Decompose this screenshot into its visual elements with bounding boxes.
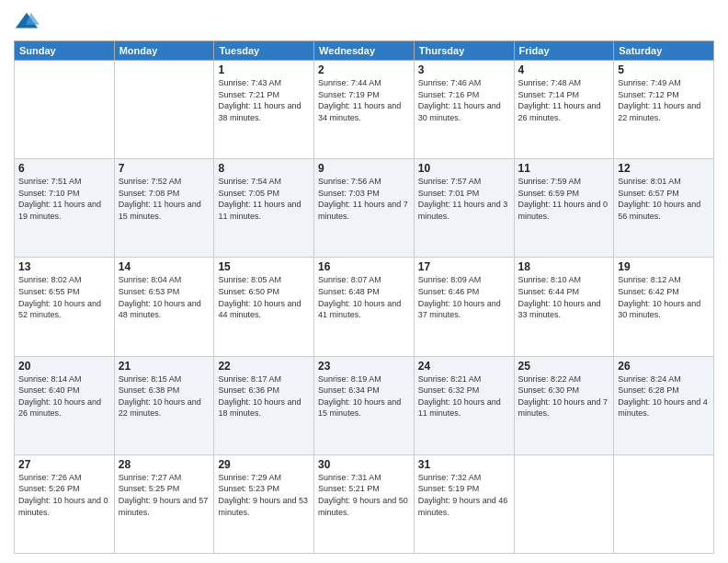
day-info: Sunrise: 7:49 AMSunset: 7:12 PMDaylight:… [618, 77, 710, 123]
day-number: 23 [318, 360, 410, 373]
day-info: Sunrise: 7:26 AMSunset: 5:26 PMDaylight:… [18, 472, 110, 518]
day-info: Sunrise: 8:02 AMSunset: 6:55 PMDaylight:… [18, 274, 110, 320]
day-info: Sunrise: 7:56 AMSunset: 7:03 PMDaylight:… [318, 176, 410, 222]
calendar-cell: 29Sunrise: 7:29 AMSunset: 5:23 PMDayligh… [214, 454, 314, 553]
day-info: Sunrise: 7:51 AMSunset: 7:10 PMDaylight:… [18, 176, 110, 222]
day-number: 11 [518, 162, 610, 175]
day-info: Sunrise: 7:31 AMSunset: 5:21 PMDaylight:… [318, 472, 410, 518]
calendar-cell: 8Sunrise: 7:54 AMSunset: 7:05 PMDaylight… [214, 159, 314, 258]
calendar-cell: 2Sunrise: 7:44 AMSunset: 7:19 PMDaylight… [314, 61, 415, 159]
weekday-header-tuesday: Tuesday [214, 41, 314, 61]
calendar-cell: 25Sunrise: 8:22 AMSunset: 6:30 PMDayligh… [514, 356, 614, 454]
weekday-header-wednesday: Wednesday [314, 41, 415, 61]
day-number: 18 [518, 260, 610, 273]
weekday-header-friday: Friday [514, 41, 614, 61]
day-info: Sunrise: 8:12 AMSunset: 6:42 PMDaylight:… [618, 274, 710, 320]
day-number: 12 [618, 162, 710, 175]
calendar-cell: 21Sunrise: 8:15 AMSunset: 6:38 PMDayligh… [114, 356, 214, 454]
calendar-cell: 30Sunrise: 7:31 AMSunset: 5:21 PMDayligh… [314, 454, 415, 553]
calendar-page: SundayMondayTuesdayWednesdayThursdayFrid… [0, 0, 728, 563]
calendar-cell [15, 61, 115, 159]
week-row-4: 20Sunrise: 8:14 AMSunset: 6:40 PMDayligh… [15, 356, 714, 454]
day-info: Sunrise: 8:19 AMSunset: 6:34 PMDaylight:… [318, 373, 410, 419]
week-row-2: 6Sunrise: 7:51 AMSunset: 7:10 PMDaylight… [15, 159, 714, 258]
day-number: 20 [18, 360, 110, 373]
calendar-cell: 23Sunrise: 8:19 AMSunset: 6:34 PMDayligh… [314, 356, 415, 454]
day-info: Sunrise: 7:27 AMSunset: 5:25 PMDaylight:… [119, 472, 210, 518]
week-row-1: 1Sunrise: 7:43 AMSunset: 7:21 PMDaylight… [15, 61, 714, 159]
day-number: 29 [218, 458, 310, 471]
calendar-cell: 6Sunrise: 7:51 AMSunset: 7:10 PMDaylight… [15, 159, 115, 258]
day-number: 25 [518, 360, 610, 373]
week-row-5: 27Sunrise: 7:26 AMSunset: 5:26 PMDayligh… [15, 454, 714, 553]
day-info: Sunrise: 7:32 AMSunset: 5:19 PMDaylight:… [418, 472, 510, 518]
day-info: Sunrise: 8:14 AMSunset: 6:40 PMDaylight:… [18, 373, 110, 419]
day-number: 22 [218, 360, 310, 373]
day-number: 7 [119, 162, 210, 175]
day-info: Sunrise: 8:17 AMSunset: 6:36 PMDaylight:… [218, 373, 310, 419]
day-number: 19 [618, 260, 710, 273]
calendar-cell: 16Sunrise: 8:07 AMSunset: 6:48 PMDayligh… [314, 258, 415, 356]
calendar-cell: 20Sunrise: 8:14 AMSunset: 6:40 PMDayligh… [15, 356, 115, 454]
calendar-cell: 1Sunrise: 7:43 AMSunset: 7:21 PMDaylight… [214, 61, 314, 159]
day-number: 14 [119, 260, 210, 273]
calendar-cell: 28Sunrise: 7:27 AMSunset: 5:25 PMDayligh… [114, 454, 214, 553]
day-info: Sunrise: 8:04 AMSunset: 6:53 PMDaylight:… [119, 274, 210, 320]
day-number: 2 [318, 63, 410, 76]
calendar-cell [514, 454, 614, 553]
day-number: 27 [18, 458, 110, 471]
calendar-cell: 9Sunrise: 7:56 AMSunset: 7:03 PMDaylight… [314, 159, 415, 258]
calendar-cell: 3Sunrise: 7:46 AMSunset: 7:16 PMDaylight… [414, 61, 514, 159]
day-info: Sunrise: 7:43 AMSunset: 7:21 PMDaylight:… [218, 77, 310, 123]
calendar-cell: 10Sunrise: 7:57 AMSunset: 7:01 PMDayligh… [414, 159, 514, 258]
day-number: 9 [318, 162, 410, 175]
day-info: Sunrise: 7:29 AMSunset: 5:23 PMDaylight:… [218, 472, 310, 518]
day-info: Sunrise: 7:57 AMSunset: 7:01 PMDaylight:… [418, 176, 510, 222]
calendar-cell: 24Sunrise: 8:21 AMSunset: 6:32 PMDayligh… [414, 356, 514, 454]
day-number: 28 [119, 458, 210, 471]
week-row-3: 13Sunrise: 8:02 AMSunset: 6:55 PMDayligh… [15, 258, 714, 356]
calendar-cell: 27Sunrise: 7:26 AMSunset: 5:26 PMDayligh… [15, 454, 115, 553]
day-number: 5 [618, 63, 710, 76]
day-info: Sunrise: 7:48 AMSunset: 7:14 PMDaylight:… [518, 77, 610, 123]
day-number: 10 [418, 162, 510, 175]
calendar-table: SundayMondayTuesdayWednesdayThursdayFrid… [14, 40, 714, 554]
calendar-cell: 4Sunrise: 7:48 AMSunset: 7:14 PMDaylight… [514, 61, 614, 159]
day-number: 13 [18, 260, 110, 273]
calendar-cell [114, 61, 214, 159]
day-number: 30 [318, 458, 410, 471]
weekday-header-row: SundayMondayTuesdayWednesdayThursdayFrid… [15, 41, 714, 61]
weekday-header-monday: Monday [114, 41, 214, 61]
day-number: 16 [318, 260, 410, 273]
weekday-header-sunday: Sunday [15, 41, 115, 61]
logo-icon [14, 9, 40, 35]
day-info: Sunrise: 8:15 AMSunset: 6:38 PMDaylight:… [119, 373, 210, 419]
day-info: Sunrise: 8:05 AMSunset: 6:50 PMDaylight:… [218, 274, 310, 320]
day-number: 8 [218, 162, 310, 175]
day-number: 3 [418, 63, 510, 76]
day-info: Sunrise: 7:52 AMSunset: 7:08 PMDaylight:… [119, 176, 210, 222]
day-number: 1 [218, 63, 310, 76]
day-number: 24 [418, 360, 510, 373]
calendar-cell: 18Sunrise: 8:10 AMSunset: 6:44 PMDayligh… [514, 258, 614, 356]
calendar-cell: 14Sunrise: 8:04 AMSunset: 6:53 PMDayligh… [114, 258, 214, 356]
day-info: Sunrise: 8:24 AMSunset: 6:28 PMDaylight:… [618, 373, 710, 419]
calendar-cell: 19Sunrise: 8:12 AMSunset: 6:42 PMDayligh… [614, 258, 714, 356]
calendar-cell: 7Sunrise: 7:52 AMSunset: 7:08 PMDaylight… [114, 159, 214, 258]
day-info: Sunrise: 7:54 AMSunset: 7:05 PMDaylight:… [218, 176, 310, 222]
calendar-cell: 31Sunrise: 7:32 AMSunset: 5:19 PMDayligh… [414, 454, 514, 553]
calendar-cell: 12Sunrise: 8:01 AMSunset: 6:57 PMDayligh… [614, 159, 714, 258]
day-number: 4 [518, 63, 610, 76]
day-info: Sunrise: 7:59 AMSunset: 6:59 PMDaylight:… [518, 176, 610, 222]
day-number: 6 [18, 162, 110, 175]
day-number: 21 [119, 360, 210, 373]
day-info: Sunrise: 8:09 AMSunset: 6:46 PMDaylight:… [418, 274, 510, 320]
calendar-cell: 11Sunrise: 7:59 AMSunset: 6:59 PMDayligh… [514, 159, 614, 258]
day-info: Sunrise: 7:46 AMSunset: 7:16 PMDaylight:… [418, 77, 510, 123]
day-number: 17 [418, 260, 510, 273]
day-info: Sunrise: 8:07 AMSunset: 6:48 PMDaylight:… [318, 274, 410, 320]
day-info: Sunrise: 7:44 AMSunset: 7:19 PMDaylight:… [318, 77, 410, 123]
calendar-cell: 13Sunrise: 8:02 AMSunset: 6:55 PMDayligh… [15, 258, 115, 356]
calendar-cell: 22Sunrise: 8:17 AMSunset: 6:36 PMDayligh… [214, 356, 314, 454]
calendar-cell: 26Sunrise: 8:24 AMSunset: 6:28 PMDayligh… [614, 356, 714, 454]
